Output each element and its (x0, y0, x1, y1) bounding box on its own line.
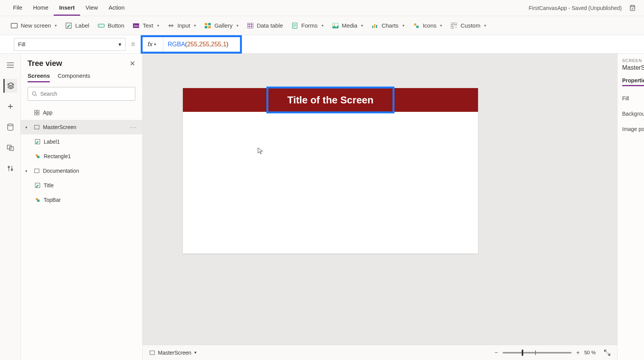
insert-forms-label: Forms (301, 22, 318, 29)
gallery-icon (204, 22, 211, 29)
app-screen[interactable]: Title of the Screen (183, 88, 478, 254)
insert-icons-button[interactable]: Icons ▾ (413, 22, 442, 29)
svg-text:+: + (455, 26, 457, 29)
insert-media-button[interactable]: Media ▾ (332, 22, 363, 29)
svg-rect-30 (37, 113, 39, 115)
chevron-down-icon: ▾ (402, 23, 404, 28)
insert-button-text: Button (108, 22, 124, 29)
svg-point-17 (414, 23, 416, 26)
chevron-down-icon: ▾ (361, 23, 363, 28)
tree-item-documentation[interactable]: ▾ Documentation (21, 164, 142, 178)
tools-icon[interactable] (3, 162, 17, 175)
svg-point-23 (8, 124, 13, 126)
tree-item-masterscreen[interactable]: ▾ MasterScreen ··· (21, 120, 142, 134)
tab-screens[interactable]: Screens (28, 72, 50, 82)
menu-action[interactable]: Action (103, 2, 130, 16)
fx-button[interactable]: fx ▾ (143, 37, 163, 52)
tree-list: App ▾ MasterScreen ··· Label1 Rectangle1… (21, 105, 142, 360)
svg-rect-14 (372, 26, 373, 28)
new-screen-button[interactable]: New screen ▾ (11, 22, 57, 29)
insert-button-button[interactable]: Button (98, 22, 124, 29)
insert-label-button[interactable]: Label (65, 22, 89, 29)
zoom-in-button[interactable]: + (576, 349, 580, 356)
tree-item-label1[interactable]: Label1 (21, 134, 142, 149)
chevron-down-icon: ▾ (194, 350, 197, 355)
screen-icon (34, 168, 40, 174)
tree-search-input[interactable] (40, 91, 131, 97)
property-selector[interactable]: Fill ▾ (14, 38, 126, 51)
table-icon (247, 22, 254, 29)
tree-item-label: Label1 (44, 139, 60, 145)
formula-input[interactable]: RGBA(255, 255, 255, 1) (163, 37, 240, 52)
insert-text-button[interactable]: Abc Text ▾ (133, 22, 159, 29)
canvas-stage[interactable]: Title of the Screen (143, 54, 617, 345)
app-header-rectangle[interactable]: Title of the Screen (183, 88, 478, 112)
svg-point-3 (99, 25, 100, 26)
property-row-background[interactable]: Background (622, 111, 644, 117)
insert-pane-icon[interactable] (3, 100, 17, 113)
more-icon[interactable]: ··· (130, 124, 137, 130)
menu-insert[interactable]: Insert (54, 2, 80, 16)
tree-item-label: Documentation (43, 168, 79, 174)
fit-screen-icon[interactable] (604, 350, 610, 356)
tree-item-rectangle1[interactable]: Rectangle1 (21, 149, 142, 164)
menu-view[interactable]: View (80, 2, 103, 16)
breadcrumb[interactable]: MasterScreen ▾ (150, 350, 197, 356)
property-row-image-position[interactable]: Image position (622, 126, 644, 132)
formula-box-highlight: fx ▾ RGBA(255, 255, 255, 1) (141, 35, 242, 54)
media-pane-icon[interactable] (3, 141, 17, 155)
menubar: File Home Insert View Action FirstCanvas… (0, 0, 644, 16)
shape-icon (34, 197, 41, 203)
menu-file[interactable]: File (8, 2, 28, 16)
tree-search-box[interactable] (28, 87, 135, 101)
equals-sign: = (126, 40, 141, 48)
expand-icon[interactable]: ▾ (25, 125, 31, 129)
properties-tab[interactable]: Properties (622, 77, 644, 86)
breadcrumb-label: MasterScreen (158, 350, 191, 356)
data-icon[interactable] (3, 120, 17, 134)
button-icon (98, 22, 105, 29)
tree-view-icon[interactable] (3, 79, 17, 93)
svg-rect-20 (455, 23, 457, 25)
zoom-out-button[interactable]: − (495, 349, 498, 356)
insert-custom-button[interactable]: + Custom ▾ (450, 22, 486, 29)
media-icon (332, 22, 339, 29)
insert-datatable-label: Data table (257, 22, 283, 29)
chevron-down-icon: ▾ (118, 41, 122, 48)
tree-item-app[interactable]: App (21, 105, 142, 120)
close-icon[interactable]: ✕ (130, 59, 135, 68)
app-title: FirstCanvasApp - Saved (Unpublished) (529, 5, 622, 11)
chevron-down-icon: ▾ (237, 23, 238, 28)
expand-icon[interactable]: ▾ (25, 169, 31, 173)
app-checker-icon[interactable] (629, 4, 636, 12)
tree-item-label: MasterScreen (43, 124, 76, 130)
zoom-slider[interactable] (503, 352, 572, 353)
insert-charts-button[interactable]: Charts ▾ (371, 22, 404, 29)
insert-gallery-button[interactable]: Gallery ▾ (204, 22, 238, 29)
screen-title-label[interactable]: Title of the Screen (268, 88, 393, 112)
hamburger-icon[interactable] (3, 58, 17, 72)
insert-input-label: Input (177, 22, 190, 29)
insert-datatable-button[interactable]: Data table (247, 22, 283, 29)
property-row-fill[interactable]: Fill (622, 95, 644, 101)
tree-item-label: TopBar (44, 197, 61, 203)
menu-home[interactable]: Home (28, 2, 54, 16)
properties-object-name: MasterScreen (622, 64, 644, 71)
svg-rect-25 (10, 147, 13, 151)
svg-rect-31 (34, 125, 39, 129)
insert-input-button[interactable]: Input ▾ (168, 22, 196, 29)
tree-item-title[interactable]: Title (21, 178, 142, 193)
chevron-down-icon: ▾ (154, 42, 156, 46)
insert-text-label: Text (143, 22, 153, 29)
insert-label-text: Label (75, 22, 89, 29)
tree-item-topbar[interactable]: TopBar (21, 193, 142, 207)
formula-bar: Fill ▾ = fx ▾ RGBA(255, 255, 255, 1) (0, 35, 644, 54)
tab-components[interactable]: Components (58, 72, 90, 82)
insert-icons-label: Icons (423, 22, 437, 29)
formula-fn: RGBA (168, 41, 185, 48)
form-icon (291, 22, 298, 29)
insert-charts-label: Charts (381, 22, 398, 29)
fx-label-text: fx (148, 41, 152, 48)
insert-forms-button[interactable]: Forms ▾ (291, 22, 324, 29)
svg-point-13 (334, 24, 335, 25)
